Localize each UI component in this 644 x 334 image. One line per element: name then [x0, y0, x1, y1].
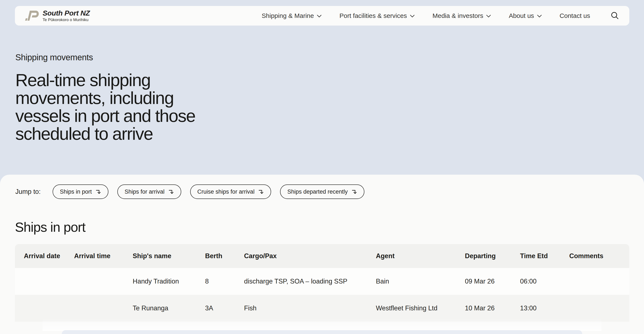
- nav-item-label: Media & investors: [432, 12, 483, 20]
- chevron-down-icon: [486, 15, 491, 18]
- brand-logo[interactable]: South Port NZ Te Pūkorokoro o Murihiku: [25, 9, 90, 22]
- cell-departing: 10 Mar 26: [465, 295, 520, 322]
- nav-item-port-facilities[interactable]: Port facilities & services: [340, 12, 415, 20]
- cell-arrival-time: [74, 295, 133, 322]
- nav-item-about-us[interactable]: About us: [509, 12, 542, 20]
- cell-agent: Bain: [376, 268, 465, 295]
- cell-agent: Westfleet Fishing Ltd: [376, 295, 465, 322]
- jump-button-label: Ships in port: [60, 188, 92, 195]
- cell-comments: [569, 268, 629, 295]
- jump-button-ships-for-arrival[interactable]: Ships for arrival: [117, 184, 181, 199]
- nav-item-shipping-marine[interactable]: Shipping & Marine: [262, 12, 322, 20]
- search-icon: [610, 12, 619, 20]
- brand-tagline: Te Pūkorokoro o Murihiku: [42, 18, 90, 22]
- jump-button-cruise-ships-for-arrival[interactable]: Cruise ships for arrival: [190, 184, 271, 199]
- page-title-line: scheduled to arrive: [15, 124, 153, 143]
- arrow-corner-down-icon: [352, 189, 357, 195]
- chevron-down-icon: [410, 15, 415, 18]
- nav-item-label: Contact us: [560, 12, 590, 20]
- jump-button-label: Cruise ships for arrival: [198, 188, 255, 195]
- search-button[interactable]: [610, 11, 620, 20]
- chevron-down-icon: [317, 15, 322, 18]
- breadcrumb-eyebrow: Shipping movements: [15, 52, 644, 62]
- next-section-edge: [62, 330, 582, 334]
- nav-item-label: Port facilities & services: [340, 12, 407, 20]
- page-title: Real-time shipping movements, including …: [15, 71, 644, 143]
- table-row: Handy Tradition 8 discharge TSP, SOA – l…: [15, 268, 629, 295]
- brand-text: South Port NZ Te Pūkorokoro o Murihiku: [42, 9, 90, 22]
- south-port-logo-icon: [25, 11, 39, 21]
- cell-arrival-date: [15, 268, 74, 295]
- col-header-cargo-pax: Cargo/Pax: [244, 244, 376, 268]
- ships-in-port-table: Arrival date Arrival time Ship's name Be…: [15, 244, 629, 322]
- jump-to-row: Jump to: Ships in port Ships for arrival…: [15, 184, 644, 199]
- nav-item-contact-us[interactable]: Contact us: [560, 12, 590, 20]
- nav-item-label: About us: [509, 12, 534, 20]
- col-header-time-etd: Time Etd: [520, 244, 569, 268]
- shipping-movements-panel: Jump to: Ships in port Ships for arrival…: [0, 175, 644, 334]
- table-row: Te Runanga 3A Fish Westfleet Fishing Ltd…: [15, 295, 629, 322]
- jump-button-label: Ships for arrival: [124, 188, 164, 195]
- page-title-line: movements, including: [15, 88, 174, 108]
- main-nav: Shipping & Marine Port facilities & serv…: [262, 11, 620, 20]
- col-header-berth: Berth: [205, 244, 244, 268]
- cell-berth: 8: [205, 268, 244, 295]
- arrow-corner-down-icon: [168, 189, 174, 195]
- jump-button-ships-departed-recently[interactable]: Ships departed recently: [280, 184, 364, 199]
- nav-item-media-investors[interactable]: Media & investors: [432, 12, 491, 20]
- col-header-ships-name: Ship's name: [133, 244, 205, 268]
- col-header-agent: Agent: [376, 244, 465, 268]
- cell-ships-name: Handy Tradition: [133, 268, 205, 295]
- cell-berth: 3A: [205, 295, 244, 322]
- cell-comments: [569, 295, 629, 322]
- hero-section: Shipping movements Real-time shipping mo…: [0, 0, 644, 183]
- nav-item-label: Shipping & Marine: [262, 12, 314, 20]
- col-header-departing: Departing: [465, 244, 520, 268]
- brand-name: South Port NZ: [42, 9, 90, 17]
- cell-departing: 09 Mar 26: [465, 268, 520, 295]
- col-header-comments: Comments: [569, 244, 629, 268]
- table-header-row: Arrival date Arrival time Ship's name Be…: [15, 244, 629, 268]
- jump-button-label: Ships departed recently: [287, 188, 348, 195]
- cell-arrival-date: [15, 295, 74, 322]
- jump-to-label: Jump to:: [15, 188, 41, 196]
- cell-cargo-pax: discharge TSP, SOA – loading SSP: [244, 268, 376, 295]
- cell-cargo-pax: Fish: [244, 295, 376, 322]
- cell-time-etd: 06:00: [520, 268, 569, 295]
- chevron-down-icon: [537, 15, 542, 18]
- arrow-corner-down-icon: [96, 189, 101, 195]
- col-header-arrival-date: Arrival date: [15, 244, 74, 268]
- page-title-line: Real-time shipping: [15, 70, 150, 90]
- jump-button-ships-in-port[interactable]: Ships in port: [52, 184, 108, 199]
- col-header-arrival-time: Arrival time: [74, 244, 133, 268]
- cell-time-etd: 13:00: [520, 295, 569, 322]
- page-title-line: vessels in port and those: [15, 106, 195, 126]
- ships-in-port-heading: Ships in port: [15, 220, 644, 235]
- cell-ships-name: Te Runanga: [133, 295, 205, 322]
- arrow-corner-down-icon: [258, 189, 264, 195]
- ships-in-port-table-wrap: Arrival date Arrival time Ship's name Be…: [15, 244, 629, 322]
- top-navigation-bar: South Port NZ Te Pūkorokoro o Murihiku S…: [15, 6, 629, 26]
- cell-arrival-time: [74, 268, 133, 295]
